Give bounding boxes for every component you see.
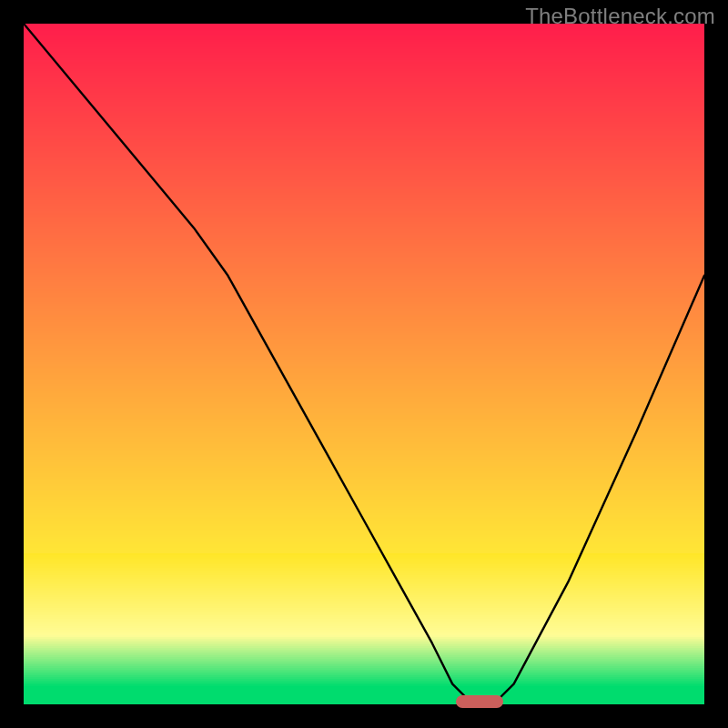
gradient-plot-area	[24, 24, 704, 704]
watermark-text: TheBottleneck.com	[525, 4, 715, 29]
chart-stage: TheBottleneck.com	[0, 0, 728, 728]
optimal-range-marker	[456, 695, 503, 708]
